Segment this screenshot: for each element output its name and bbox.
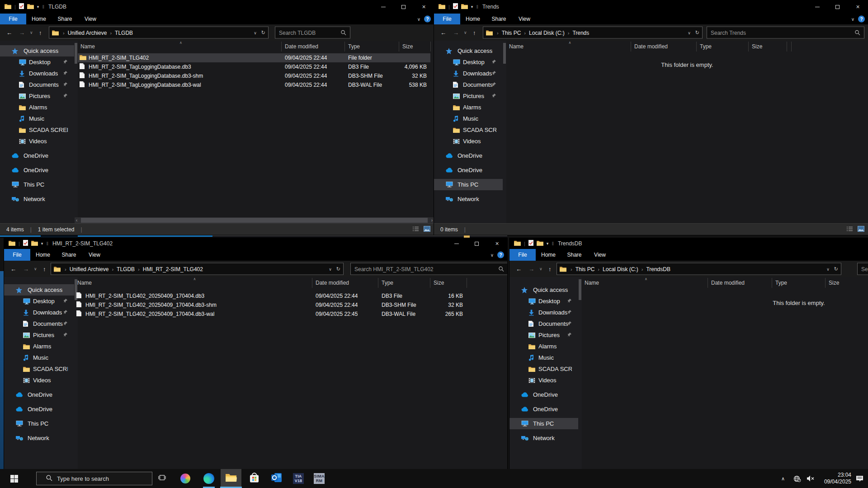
new-folder-icon[interactable] — [461, 3, 468, 11]
details-view-button[interactable] — [846, 226, 853, 233]
taskbar-icon-file-explorer[interactable] — [221, 469, 241, 488]
sidebar-item-desktop[interactable]: Desktop — [0, 56, 74, 68]
sidebar-item-documents[interactable]: Documents — [4, 318, 74, 329]
tab-share[interactable]: Share — [561, 249, 587, 261]
recent-locations-chevron-icon[interactable]: ∨ — [30, 30, 33, 35]
close-button[interactable]: × — [848, 0, 868, 14]
column-header-name[interactable]: Name — [77, 280, 92, 286]
sidebar-item-alarms[interactable]: Alarms — [4, 341, 74, 352]
column-header-date-modified[interactable]: Date modified — [634, 43, 668, 50]
address-dropdown-chevron-icon[interactable]: ∨ — [329, 267, 332, 271]
details-view-button[interactable] — [412, 226, 419, 233]
recent-locations-chevron-icon[interactable]: ∨ — [34, 267, 37, 271]
sidebar-item-quick-access[interactable]: Quick access — [434, 45, 503, 56]
notification-center-icon[interactable] — [856, 469, 863, 488]
sidebar-item-videos[interactable]: Videos — [434, 136, 503, 147]
breadcrumb-segment[interactable]: This PC — [576, 266, 595, 272]
breadcrumb-segment[interactable]: Local Disk (C:) — [603, 266, 638, 272]
sidebar-item-this-pc[interactable]: This PC — [434, 179, 503, 190]
file-row[interactable]: HMI_RT_2-SIM_TLG402_20250409_170404.db30… — [75, 291, 467, 300]
customize-toolbar-chevron-icon[interactable]: ▾ — [41, 241, 43, 246]
sidebar-item-music[interactable]: Music — [4, 352, 74, 363]
back-button[interactable]: ← — [440, 29, 446, 36]
taskbar-icon-sima-rm[interactable]: SIMARM — [309, 469, 330, 488]
column-header-type[interactable]: Type — [700, 43, 712, 50]
customize-toolbar-chevron-icon[interactable]: ▾ — [471, 5, 473, 9]
properties-icon[interactable] — [528, 239, 533, 248]
sidebar-item-onedrive[interactable]: OneDrive — [4, 404, 74, 415]
column-header-size[interactable]: Size — [402, 43, 413, 50]
network-no-internet-icon[interactable] — [793, 469, 801, 488]
sidebar-item-onedrive[interactable]: OneDrive — [0, 150, 74, 161]
column-header-size[interactable]: Size — [752, 43, 762, 50]
properties-icon[interactable] — [23, 239, 28, 248]
tab-share[interactable]: Share — [56, 249, 82, 261]
sidebar-item-onedrive[interactable]: OneDrive — [509, 404, 578, 415]
search-box[interactable]: Search Trends — [707, 27, 864, 39]
tab-home[interactable]: Home — [30, 249, 56, 261]
horizontal-scrollbar[interactable]: ‹› — [75, 217, 434, 223]
recent-locations-chevron-icon[interactable]: ∨ — [539, 267, 542, 271]
breadcrumb-segment[interactable]: HMI_RT_2-SIM_TLG402 — [143, 266, 203, 272]
ribbon-collapse-chevron-icon[interactable]: ∨ — [851, 17, 854, 22]
tab-home[interactable]: Home — [536, 249, 561, 261]
taskbar-icon-outlook[interactable] — [266, 469, 287, 488]
back-button[interactable]: ← — [6, 29, 12, 36]
properties-icon[interactable] — [453, 3, 458, 11]
ribbon-collapse-chevron-icon[interactable]: ∨ — [491, 253, 494, 258]
sidebar-item-network[interactable]: Network — [434, 193, 503, 205]
file-row[interactable]: HMI_RT_2-SIM_TLG40209/04/2025 22:44File … — [78, 53, 430, 62]
tab-view[interactable]: View — [78, 14, 103, 24]
sidebar-item-music[interactable]: Music — [0, 113, 74, 124]
file-row[interactable]: HMI_RT_2-SIM_TLG402_20250409_170404.db3-… — [75, 300, 467, 310]
sidebar-item-network[interactable]: Network — [0, 193, 74, 205]
scrollbar-thumb[interactable] — [81, 218, 428, 223]
column-header-size[interactable]: Size — [434, 280, 444, 286]
breadcrumb-segment[interactable]: Unified Archieve — [68, 29, 107, 36]
start-button[interactable] — [4, 469, 24, 488]
help-button[interactable]: ? — [497, 252, 504, 258]
breadcrumb-segment[interactable]: Local Disk (C:) — [529, 29, 565, 36]
taskbar-icon-edge[interactable] — [198, 469, 219, 488]
search-box[interactable]: Search TLGDB — [275, 27, 350, 39]
large-icons-view-button[interactable] — [424, 226, 430, 233]
customize-toolbar-chevron-icon[interactable]: ▾ — [37, 5, 39, 9]
forward-button[interactable]: → — [23, 266, 29, 272]
sidebar-item-downloads[interactable]: Downloads — [509, 307, 578, 318]
column-header-type[interactable]: Type — [775, 280, 787, 286]
sidebar-item-downloads[interactable]: Downloads — [0, 68, 74, 79]
address-bar[interactable]: ›Unified Archieve›TLGDB›HMI_RT_2-SIM_TLG… — [51, 263, 344, 275]
sidebar-item-music[interactable]: Music — [434, 113, 503, 124]
sidebar-item-documents[interactable]: Documents — [434, 79, 503, 90]
search-box[interactable]: Search HMI_RT_2-SIM_TLG402 — [350, 263, 507, 275]
tab-file[interactable]: File — [509, 249, 536, 261]
customize-toolbar-chevron-icon[interactable]: ▾ — [547, 241, 549, 246]
tab-file[interactable]: File — [4, 249, 30, 261]
sidebar-item-pictures[interactable]: Pictures — [434, 90, 503, 102]
refresh-icon[interactable]: ↻ — [261, 30, 265, 36]
help-button[interactable]: ? — [858, 16, 865, 23]
tab-share[interactable]: Share — [486, 14, 512, 24]
sidebar-item-desktop[interactable]: Desktop — [4, 296, 74, 307]
sidebar-item-videos[interactable]: Videos — [509, 375, 578, 386]
address-bar[interactable]: ›Unified Archieve›TLGDB∨↻ — [49, 27, 269, 39]
sidebar-item-scada-screen-202[interactable]: SCADA SCREEN_202 — [4, 363, 74, 375]
column-header-type[interactable]: Type — [348, 43, 360, 50]
close-button[interactable]: × — [414, 0, 434, 14]
close-button[interactable]: × — [487, 238, 507, 249]
scroll-left-icon[interactable]: ‹ — [76, 217, 77, 223]
sidebar-item-onedrive[interactable]: OneDrive — [509, 389, 578, 400]
sidebar-item-downloads[interactable]: Downloads — [4, 307, 74, 318]
sidebar-scrollbar[interactable] — [75, 43, 77, 64]
sidebar-item-onedrive[interactable]: OneDrive — [4, 389, 74, 400]
tab-view[interactable]: View — [82, 249, 107, 261]
sidebar-item-desktop[interactable]: Desktop — [434, 56, 503, 68]
breadcrumb-segment[interactable]: This PC — [502, 29, 521, 36]
sidebar-item-network[interactable]: Network — [509, 432, 578, 444]
up-button[interactable]: ↑ — [548, 266, 552, 272]
column-header-size[interactable]: Size — [829, 280, 839, 286]
sidebar-item-quick-access[interactable]: Quick access — [4, 284, 74, 296]
search-box[interactable]: Search TrendsDB — [857, 263, 868, 275]
new-folder-icon[interactable] — [537, 239, 543, 248]
minimize-button[interactable] — [446, 238, 467, 249]
